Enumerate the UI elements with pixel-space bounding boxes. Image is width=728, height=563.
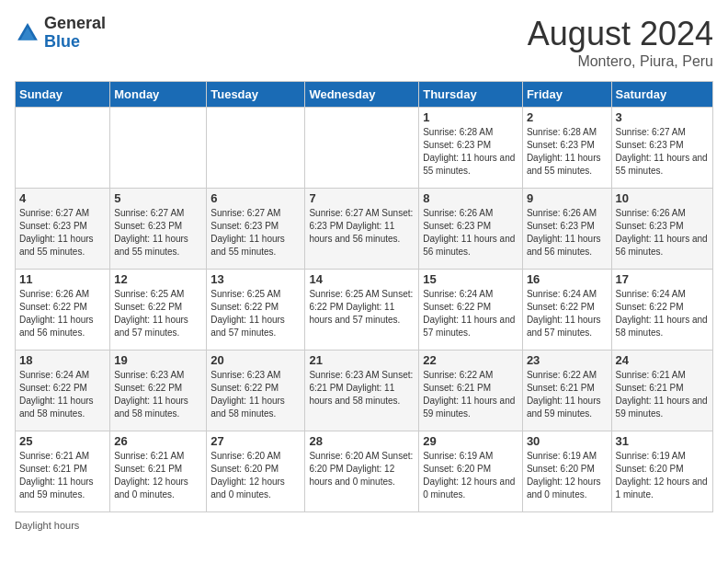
day-cell: 14Sunrise: 6:25 AM Sunset: 6:22 PM Dayli…	[305, 270, 419, 350]
page-header: General Blue August 2024 Montero, Piura,…	[15, 15, 713, 70]
day-info: Sunrise: 6:24 AM Sunset: 6:22 PM Dayligh…	[19, 369, 106, 420]
day-cell: 21Sunrise: 6:23 AM Sunset: 6:21 PM Dayli…	[305, 350, 419, 431]
day-cell: 26Sunrise: 6:21 AM Sunset: 6:21 PM Dayli…	[110, 431, 207, 512]
day-info: Sunrise: 6:23 AM Sunset: 6:22 PM Dayligh…	[114, 369, 202, 420]
day-number: 4	[19, 191, 106, 205]
day-cell: 30Sunrise: 6:19 AM Sunset: 6:20 PM Dayli…	[522, 431, 611, 512]
day-number: 9	[527, 191, 608, 205]
day-number: 26	[114, 434, 202, 448]
day-number: 8	[423, 191, 518, 205]
day-cell	[305, 108, 419, 189]
day-info: Sunrise: 6:27 AM Sunset: 6:23 PM Dayligh…	[616, 126, 709, 178]
day-cell: 8Sunrise: 6:26 AM Sunset: 6:23 PM Daylig…	[419, 189, 523, 270]
day-number: 10	[616, 191, 709, 205]
day-info: Sunrise: 6:28 AM Sunset: 6:23 PM Dayligh…	[423, 126, 518, 178]
week-row-1: 1Sunrise: 6:28 AM Sunset: 6:23 PM Daylig…	[16, 108, 713, 189]
day-number: 6	[210, 191, 301, 205]
logo-text: General Blue	[44, 15, 106, 52]
day-cell: 13Sunrise: 6:25 AM Sunset: 6:22 PM Dayli…	[207, 270, 305, 350]
header-wednesday: Wednesday	[305, 82, 419, 108]
title-block: August 2024 Montero, Piura, Peru	[528, 15, 713, 70]
day-info: Sunrise: 6:26 AM Sunset: 6:23 PM Dayligh…	[423, 207, 518, 259]
day-info: Sunrise: 6:20 AM Sunset: 6:20 PM Dayligh…	[309, 450, 415, 488]
day-number: 18	[19, 353, 106, 367]
day-number: 29	[423, 434, 518, 448]
day-info: Sunrise: 6:19 AM Sunset: 6:20 PM Dayligh…	[616, 450, 709, 501]
day-number: 22	[423, 353, 518, 367]
day-info: Sunrise: 6:24 AM Sunset: 6:22 PM Dayligh…	[616, 288, 709, 339]
week-row-3: 11Sunrise: 6:26 AM Sunset: 6:22 PM Dayli…	[16, 270, 713, 350]
day-cell	[110, 108, 207, 189]
day-cell: 22Sunrise: 6:22 AM Sunset: 6:21 PM Dayli…	[419, 350, 523, 431]
day-info: Sunrise: 6:28 AM Sunset: 6:23 PM Dayligh…	[527, 126, 608, 178]
day-cell: 4Sunrise: 6:27 AM Sunset: 6:23 PM Daylig…	[16, 189, 110, 270]
day-info: Sunrise: 6:27 AM Sunset: 6:23 PM Dayligh…	[114, 207, 202, 259]
day-number: 31	[616, 434, 709, 448]
calendar-title: August 2024	[528, 15, 713, 53]
day-cell: 18Sunrise: 6:24 AM Sunset: 6:22 PM Dayli…	[16, 350, 110, 431]
day-number: 5	[114, 191, 202, 205]
header-friday: Friday	[522, 82, 611, 108]
day-cell	[207, 108, 305, 189]
day-cell: 31Sunrise: 6:19 AM Sunset: 6:20 PM Dayli…	[611, 431, 712, 512]
day-info: Sunrise: 6:21 AM Sunset: 6:21 PM Dayligh…	[616, 369, 709, 420]
day-number: 25	[19, 434, 106, 448]
header-thursday: Thursday	[419, 82, 523, 108]
footer: Daylight hours	[15, 520, 713, 531]
day-number: 20	[210, 353, 301, 367]
day-info: Sunrise: 6:19 AM Sunset: 6:20 PM Dayligh…	[423, 450, 518, 501]
day-cell: 1Sunrise: 6:28 AM Sunset: 6:23 PM Daylig…	[419, 108, 523, 189]
day-info: Sunrise: 6:24 AM Sunset: 6:22 PM Dayligh…	[527, 288, 608, 339]
day-info: Sunrise: 6:23 AM Sunset: 6:21 PM Dayligh…	[309, 369, 415, 408]
day-cell: 28Sunrise: 6:20 AM Sunset: 6:20 PM Dayli…	[305, 431, 419, 512]
calendar-body: 1Sunrise: 6:28 AM Sunset: 6:23 PM Daylig…	[16, 108, 713, 512]
day-number: 16	[527, 272, 608, 286]
day-info: Sunrise: 6:25 AM Sunset: 6:22 PM Dayligh…	[210, 288, 301, 339]
day-cell	[16, 108, 110, 189]
day-cell: 2Sunrise: 6:28 AM Sunset: 6:23 PM Daylig…	[522, 108, 611, 189]
header-saturday: Saturday	[611, 82, 712, 108]
calendar-subtitle: Montero, Piura, Peru	[528, 53, 713, 70]
logo-icon	[15, 20, 40, 46]
day-info: Sunrise: 6:26 AM Sunset: 6:22 PM Dayligh…	[19, 288, 106, 339]
day-cell: 6Sunrise: 6:27 AM Sunset: 6:23 PM Daylig…	[207, 189, 305, 270]
header-tuesday: Tuesday	[207, 82, 305, 108]
day-cell: 15Sunrise: 6:24 AM Sunset: 6:22 PM Dayli…	[419, 270, 523, 350]
day-number: 3	[616, 110, 709, 124]
header-row: SundayMondayTuesdayWednesdayThursdayFrid…	[16, 82, 713, 108]
day-info: Sunrise: 6:26 AM Sunset: 6:23 PM Dayligh…	[616, 207, 709, 259]
day-info: Sunrise: 6:19 AM Sunset: 6:20 PM Dayligh…	[527, 450, 608, 501]
day-number: 14	[309, 272, 415, 286]
day-cell: 17Sunrise: 6:24 AM Sunset: 6:22 PM Dayli…	[611, 270, 712, 350]
logo-blue: Blue	[44, 33, 106, 52]
day-number: 17	[616, 272, 709, 286]
day-cell: 10Sunrise: 6:26 AM Sunset: 6:23 PM Dayli…	[611, 189, 712, 270]
day-cell: 27Sunrise: 6:20 AM Sunset: 6:20 PM Dayli…	[207, 431, 305, 512]
day-number: 23	[527, 353, 608, 367]
day-number: 27	[210, 434, 301, 448]
calendar-header: SundayMondayTuesdayWednesdayThursdayFrid…	[16, 82, 713, 108]
day-number: 19	[114, 353, 202, 367]
daylight-label: Daylight hours	[15, 520, 79, 531]
day-info: Sunrise: 6:23 AM Sunset: 6:22 PM Dayligh…	[210, 369, 301, 420]
day-cell: 3Sunrise: 6:27 AM Sunset: 6:23 PM Daylig…	[611, 108, 712, 189]
calendar-table: SundayMondayTuesdayWednesdayThursdayFrid…	[15, 81, 713, 512]
day-number: 21	[309, 353, 415, 367]
day-info: Sunrise: 6:21 AM Sunset: 6:21 PM Dayligh…	[19, 450, 106, 501]
day-info: Sunrise: 6:25 AM Sunset: 6:22 PM Dayligh…	[309, 288, 415, 327]
day-info: Sunrise: 6:20 AM Sunset: 6:20 PM Dayligh…	[210, 450, 301, 501]
logo-general: General	[44, 15, 106, 33]
header-monday: Monday	[110, 82, 207, 108]
day-number: 1	[423, 110, 518, 124]
day-number: 7	[309, 191, 415, 205]
day-info: Sunrise: 6:26 AM Sunset: 6:23 PM Dayligh…	[527, 207, 608, 259]
day-cell: 24Sunrise: 6:21 AM Sunset: 6:21 PM Dayli…	[611, 350, 712, 431]
day-cell: 20Sunrise: 6:23 AM Sunset: 6:22 PM Dayli…	[207, 350, 305, 431]
day-cell: 25Sunrise: 6:21 AM Sunset: 6:21 PM Dayli…	[16, 431, 110, 512]
day-cell: 5Sunrise: 6:27 AM Sunset: 6:23 PM Daylig…	[110, 189, 207, 270]
day-number: 13	[210, 272, 301, 286]
day-number: 12	[114, 272, 202, 286]
week-row-4: 18Sunrise: 6:24 AM Sunset: 6:22 PM Dayli…	[16, 350, 713, 431]
day-info: Sunrise: 6:22 AM Sunset: 6:21 PM Dayligh…	[423, 369, 518, 420]
day-number: 15	[423, 272, 518, 286]
